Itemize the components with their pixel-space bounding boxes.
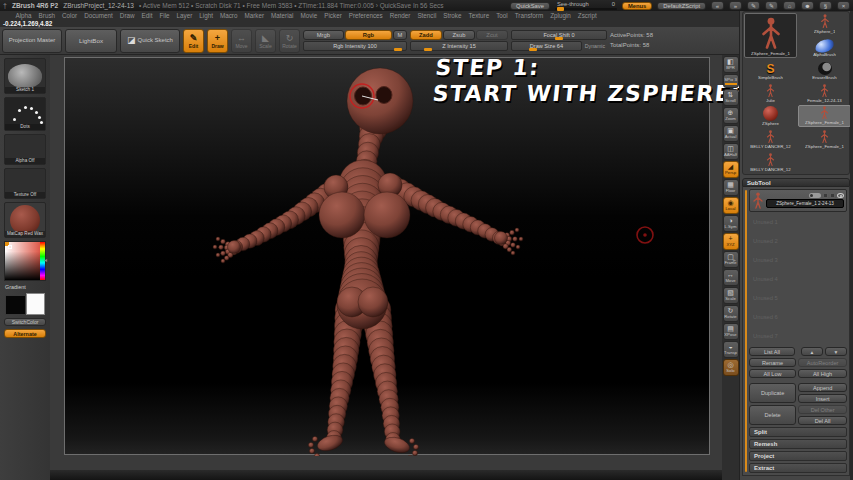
subtool-down-button[interactable]: ▾ bbox=[825, 347, 847, 356]
rgb-intensity-slider[interactable]: Rgb Intensity 100 bbox=[303, 41, 407, 51]
current-material-thumbnail[interactable]: MatCap Red Wax bbox=[4, 202, 46, 238]
floor-button[interactable]: ▦Floor bbox=[723, 179, 739, 196]
append-button[interactable]: Append bbox=[798, 383, 847, 392]
transp-button[interactable]: ◒Transp bbox=[723, 341, 739, 358]
menu-draw[interactable]: Draw bbox=[116, 12, 138, 19]
secondary-color-swatch[interactable] bbox=[26, 293, 45, 315]
menu-light[interactable]: Light bbox=[196, 12, 217, 19]
lock-icon[interactable]: ⌂ bbox=[783, 1, 796, 10]
subtool-section-header[interactable]: SubTool bbox=[742, 178, 850, 187]
subtool-row-unused-6[interactable]: Unused 6 bbox=[749, 307, 847, 326]
lsym-button[interactable]: ◑L.Sym bbox=[723, 215, 739, 232]
menu-stroke[interactable]: Stroke bbox=[440, 12, 465, 19]
tool-thumb-simplebrush[interactable]: S SimpleBrush bbox=[744, 59, 797, 81]
polypaint-toggle-icon[interactable] bbox=[809, 193, 821, 198]
zoom-button[interactable]: ⊕Zoom bbox=[723, 107, 739, 124]
menu-file[interactable]: File bbox=[156, 12, 173, 19]
user-icon[interactable]: ☻ bbox=[801, 1, 814, 10]
pen-tool-icon[interactable]: ✎ bbox=[765, 1, 778, 10]
subtool-row-unused-5[interactable]: Unused 5 bbox=[749, 288, 847, 307]
solo-button[interactable]: ◎Solo bbox=[723, 359, 739, 376]
gradient-label[interactable]: Gradient bbox=[0, 284, 26, 290]
move-3d-button[interactable]: ↔Move bbox=[723, 269, 739, 286]
right-tray-collapse-arrow[interactable]: ▸ bbox=[733, 256, 736, 263]
see-through-slider[interactable]: See-through0 bbox=[555, 1, 617, 10]
split-section[interactable]: Split bbox=[749, 427, 847, 437]
bpr-render-button[interactable]: ◧BPR bbox=[723, 56, 739, 73]
mrgb-button[interactable]: Mrgb bbox=[303, 30, 344, 40]
menu-stencil[interactable]: Stencil bbox=[414, 12, 440, 19]
draw-size-slider[interactable]: Draw Size 64 bbox=[511, 41, 582, 51]
subtool-scrollbar[interactable] bbox=[745, 190, 747, 472]
scroll-left-icon[interactable]: « bbox=[711, 1, 724, 10]
actual-button[interactable]: ▣Actual bbox=[723, 125, 739, 142]
del-all-button[interactable]: Del All bbox=[798, 416, 847, 425]
see-through-track[interactable] bbox=[555, 8, 617, 10]
zsphere-model[interactable] bbox=[65, 58, 711, 456]
menu-material[interactable]: Material bbox=[268, 12, 297, 19]
del-other-button[interactable]: Del Other bbox=[798, 405, 847, 414]
current-alpha-thumbnail[interactable]: Alpha Off bbox=[4, 134, 46, 165]
current-stroke-thumbnail[interactable]: Dots bbox=[4, 97, 46, 131]
current-texture-thumbnail[interactable]: Texture Off bbox=[4, 168, 46, 199]
m-button[interactable]: M bbox=[393, 30, 407, 40]
current-brush-thumbnail[interactable]: Sketch 1 bbox=[4, 58, 46, 94]
menu-document[interactable]: Document bbox=[81, 12, 117, 19]
tool-thumb-alphabrush[interactable]: AlphaBrush bbox=[798, 36, 851, 58]
remesh-section[interactable]: Remesh bbox=[749, 439, 847, 449]
tool-thumb-julie[interactable]: Julie bbox=[744, 82, 797, 104]
uv-toggle-icon[interactable] bbox=[823, 193, 828, 198]
extract-section[interactable]: Extract bbox=[749, 463, 847, 473]
autoreorder-button[interactable]: AutoReorder bbox=[798, 358, 847, 367]
scroll-button[interactable]: ⇅Scroll bbox=[723, 89, 739, 106]
scale-3d-button[interactable]: ▧Scale bbox=[723, 287, 739, 304]
menu-transform[interactable]: Transform bbox=[511, 12, 546, 19]
menu-texture[interactable]: Texture bbox=[465, 12, 493, 19]
frame-button[interactable]: ▢Frame bbox=[723, 251, 739, 268]
brush-tool-icon[interactable]: ✎ bbox=[747, 1, 760, 10]
color-picker[interactable] bbox=[4, 241, 46, 281]
rgb-intensity-handle[interactable] bbox=[394, 48, 402, 51]
subtool-row-unused-7[interactable]: Unused 7 bbox=[749, 326, 847, 345]
subtool-row-unused-1[interactable]: Unused 1 bbox=[749, 212, 847, 231]
subtool-row-selected[interactable]: ZSphere_Female_1 2-24-13 bbox=[749, 189, 847, 212]
displacement-toggle-icon[interactable] bbox=[830, 193, 835, 198]
lightbox-button[interactable]: LightBox bbox=[65, 29, 117, 53]
all-high-button[interactable]: All High bbox=[798, 369, 847, 378]
insert-button[interactable]: Insert bbox=[798, 394, 847, 403]
persp-button[interactable]: ◢Persp bbox=[723, 161, 739, 178]
menus-toggle-button[interactable]: Menus bbox=[622, 2, 652, 10]
close-button[interactable]: × bbox=[837, 1, 850, 10]
rotate-mode-button[interactable]: ↻Rotate bbox=[279, 29, 300, 53]
default-zscript-button[interactable]: DefaultZScript bbox=[657, 2, 706, 10]
menu-zplugin[interactable]: Zplugin bbox=[547, 12, 575, 19]
menu-preferences[interactable]: Preferences bbox=[345, 12, 386, 19]
dynamic-label[interactable]: Dynamic bbox=[583, 43, 607, 49]
tool-thumb-zsphere-female-2[interactable]: ZSphere_Female_1 bbox=[798, 128, 851, 150]
menu-picker[interactable]: Picker bbox=[321, 12, 346, 19]
menu-alpha[interactable]: Alpha bbox=[12, 12, 35, 19]
menu-macro[interactable]: Macro bbox=[216, 12, 241, 19]
aahalf-button[interactable]: ◫AAHalf bbox=[723, 143, 739, 160]
subtool-row-unused-2[interactable]: Unused 2 bbox=[749, 231, 847, 250]
left-tray-collapse-arrow[interactable]: ◂ bbox=[44, 256, 47, 263]
tool-thumb-belly-dancer-2[interactable]: BELLY DANCER_12 bbox=[744, 151, 797, 173]
edit-mode-button[interactable]: ✎Edit bbox=[183, 29, 204, 53]
projection-master-button[interactable]: Projection Master bbox=[2, 29, 62, 53]
tool-thumb-selected[interactable]: ZSphere_Female_1 bbox=[744, 13, 797, 58]
tool-thumb-zsphere-1[interactable]: ZSphere_1 bbox=[798, 13, 851, 35]
tool-thumb-zsphere-female-highlighted[interactable]: ZSphere_Female_1 bbox=[798, 105, 851, 127]
project-section[interactable]: Project bbox=[749, 451, 847, 461]
tool-thumb-zsphere[interactable]: ZSphere bbox=[744, 105, 797, 127]
rename-button[interactable]: Rename bbox=[749, 358, 796, 367]
scale-mode-button[interactable]: ◣Scale bbox=[255, 29, 276, 53]
z-intensity-handle[interactable] bbox=[424, 48, 432, 51]
menu-tool[interactable]: Tool bbox=[493, 12, 512, 19]
rotate-3d-button[interactable]: ↻Rotate bbox=[723, 305, 739, 322]
tool-thumb-female[interactable]: Female_12-24-13 bbox=[798, 82, 851, 104]
local-button[interactable]: ◉Local bbox=[723, 197, 739, 214]
quicksave-button[interactable]: QuickSave bbox=[510, 2, 550, 10]
xyz-button[interactable]: +XYZ bbox=[723, 233, 739, 250]
duplicate-button[interactable]: Duplicate bbox=[749, 383, 796, 403]
rgb-button[interactable]: Rgb bbox=[345, 30, 392, 40]
